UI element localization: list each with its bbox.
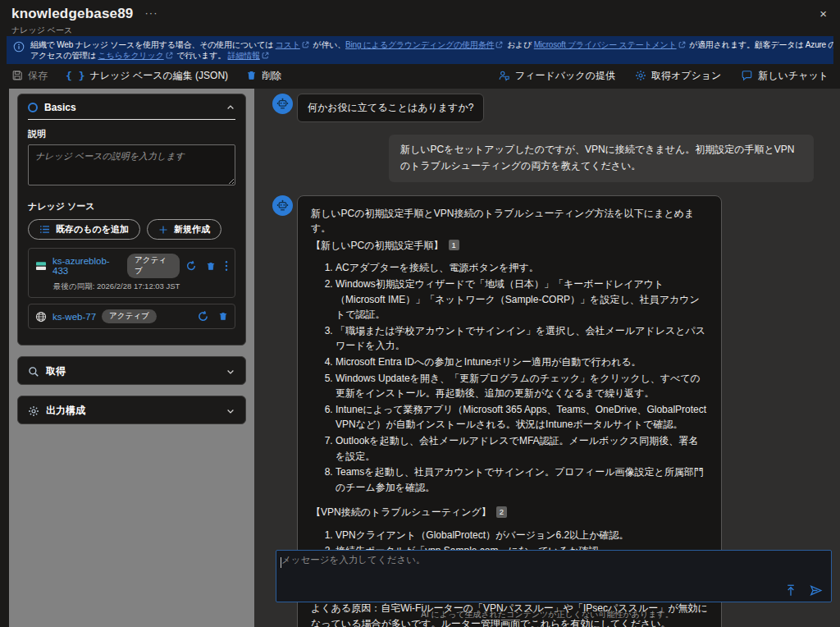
basics-title: Basics [44,102,76,113]
privacy-statement-link[interactable]: Microsoft プライバシー ステートメント [534,40,677,49]
banner-text: が伴い、 [311,40,345,49]
new-chat-button[interactable]: 新しいチャット [741,69,829,83]
external-link-icon [166,52,173,59]
list-item: Windows Updateを開き、「更新プログラムのチェック」をクリックし、す… [336,371,708,401]
add-existing-button[interactable]: 既存のものを追加 [28,219,140,240]
search-icon [28,366,39,378]
output-config-label: 出力構成 [46,404,85,418]
description-label: 説明 [28,128,235,140]
section-title-text: 【VPN接続のトラブルシューティング】 [311,506,491,518]
edit-json-button[interactable]: { } ナレッジ ベースの編集 (JSON) [66,69,228,83]
plus-icon [158,225,168,235]
bot-avatar-icon [272,94,293,114]
access-management-link[interactable]: こちらをクリック [98,51,163,60]
banner-text: で行います。 [175,51,228,60]
basics-panel-header[interactable]: Basics [18,94,245,119]
page-title: knowledgebase89 [11,6,134,22]
save-icon [11,70,23,81]
list-item: VPNクライアント（GlobalProtect）がバージョン6.2以上か確認。 [336,528,708,543]
close-button[interactable]: × [819,7,827,20]
list-item: Teamsを起動し、社員アカウントでサインイン。プロフィール画像設定と所属部門の… [336,465,708,495]
save-button[interactable]: 保存 [11,69,48,83]
new-chat-label: 新しいチャット [758,69,829,83]
setup-steps-list: ACアダプターを接続し、電源ボタンを押す。 Windows初期設定ウィザードで「… [311,260,708,495]
create-new-button[interactable]: 新規作成 [147,219,221,240]
banner-text: および [504,40,533,49]
status-badge: アクティブ [127,254,180,278]
list-item: Outlookを起動し、会社メールアドレスでMFA認証。メールボックス同期後、署… [336,433,708,464]
list-item: Windows初期設定ウィザードで「地域（日本）」「キーボードレイアウト（Mic… [336,277,708,323]
banner-text: アクセスの管理は [30,51,98,60]
section-title-text: 【新しいPCの初期設定手順】 [311,240,444,251]
globe-icon [35,311,47,323]
upload-icon[interactable] [785,584,797,597]
response-intro: 新しいPCの初期設定手順とVPN接続のトラブルシューティング方法を以下にまとめま… [311,206,708,236]
list-item: Microsoft Entra IDへの参加とIntuneポリシー適用が自動で行… [336,355,708,370]
delete-button[interactable]: 削除 [246,69,281,83]
trash-icon[interactable] [218,311,228,322]
status-ring-icon [28,103,38,112]
list-icon [39,225,50,234]
azure-blob-icon [35,261,47,271]
user-message-bubble: 新しいPCをセットアップしたのですが、VPNに接続できません。初期設定の手順とV… [389,135,814,182]
status-badge: アクティブ [102,309,157,323]
more-options-button[interactable]: ··· [145,7,158,19]
source-name-link[interactable]: ks-web-77 [52,312,96,322]
trash-icon[interactable] [206,261,216,272]
ai-disclaimer: AI によって生成されたコンテンツが正しくない可能性があります。 [254,609,840,620]
last-sync-text: 最後の同期: 2026/2/28 17:12:03 JST [53,281,228,292]
output-config-panel-header[interactable]: 出力構成 [18,396,245,423]
gear-icon [635,70,646,81]
window-header: knowledgebase89 ··· ナレッジ ベース × [0,0,840,36]
external-link-icon [262,52,269,59]
kebab-menu-icon[interactable] [225,260,228,272]
info-icon [13,41,25,64]
info-banner: 組織で Web ナレッジ ソースを使用する場合、その使用については コスト が伴… [7,36,833,64]
settings-sidebar: Basics 説明 ナレッジ ソース 既存のものを追加 新規作成 [9,89,254,627]
bot-greeting-bubble: 何かお役に立てることはありますか? [297,94,484,122]
response-section-title: 【新しいPCの初期設定手順】1 [311,238,708,254]
feedback-label: フィードバックの提供 [515,69,615,83]
page-subtitle: ナレッジ ベース [11,25,829,36]
command-bar: 保存 { } ナレッジ ベースの編集 (JSON) 削除 フィードバックの提供 … [11,66,829,85]
kb-description-input[interactable] [28,144,235,185]
user-message-row: 新しいPCをセットアップしたのですが、VPNに接続できません。初期設定の手順とV… [272,135,814,182]
chevron-down-icon [226,367,235,377]
save-label: 保存 [28,69,48,83]
gear-icon [28,405,39,417]
list-item: 「職場または学校アカウントでサインイン」を選択し、会社メールアドレスとパスワード… [336,323,708,354]
feedback-icon [498,70,510,81]
retrieval-options-label: 取得オプション [651,69,721,83]
external-link-icon [302,41,309,48]
delete-label: 削除 [262,69,281,83]
basics-panel: Basics 説明 ナレッジ ソース 既存のものを追加 新規作成 [17,94,246,346]
bot-greeting-row: 何かお役に立てることはありますか? [272,94,832,122]
external-link-icon [495,41,503,48]
external-link-icon [678,41,686,48]
learn-more-link[interactable]: 詳細情報 [228,51,260,60]
divider [28,119,235,120]
message-composer [276,550,832,602]
banner-text: 組織で Web ナレッジ ソースを使用する場合、その使用については [30,40,276,49]
output-config-panel: 出力構成 [17,396,246,424]
banner-line-1: 組織で Web ナレッジ ソースを使用する場合、その使用については コスト が伴… [30,39,833,50]
list-item: ACアダプターを接続し、電源ボタンを押す。 [336,260,708,276]
chevron-up-icon [226,103,235,112]
refresh-icon[interactable] [197,310,209,323]
chevron-down-icon [226,406,235,416]
retrieval-options-button[interactable]: 取得オプション [635,69,721,83]
citation-ref-badge[interactable]: 1 [449,240,459,251]
message-input[interactable] [281,554,828,580]
source-name-link[interactable]: ks-azureblob-433 [52,256,121,276]
citation-ref-badge[interactable]: 2 [496,506,507,518]
bing-terms-link[interactable]: Bing によるグラウンディングの使用条件 [345,40,494,49]
cost-link[interactable]: コスト [276,40,300,49]
feedback-button[interactable]: フィードバックの提供 [498,69,615,83]
edit-json-label: ナレッジ ベースの編集 (JSON) [89,69,228,83]
retrieval-panel-header[interactable]: 取得 [18,357,245,384]
response-section-title: 【VPN接続のトラブルシューティング】2 [311,505,708,520]
bot-avatar-icon [272,195,293,216]
send-icon[interactable] [810,584,823,597]
chat-icon [741,70,753,81]
refresh-icon[interactable] [185,260,197,272]
